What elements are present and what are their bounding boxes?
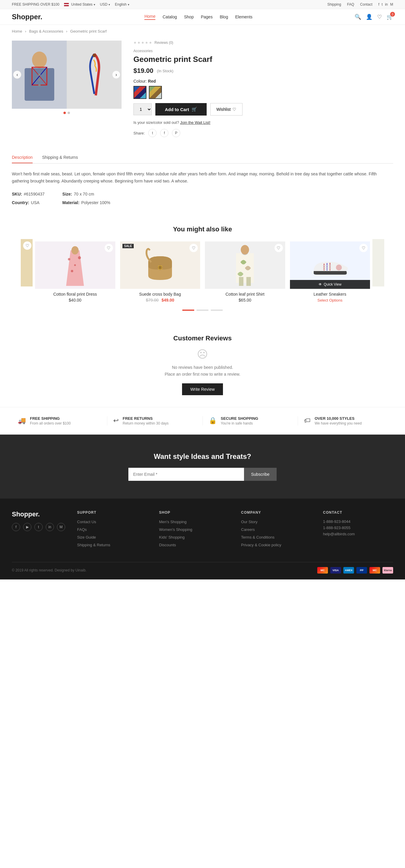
shipping-link[interactable]: Shipping: [327, 2, 341, 6]
country-selector[interactable]: United States: [64, 2, 95, 6]
nav-elements[interactable]: Elements: [235, 14, 252, 19]
related-nav-dot-1[interactable]: [182, 310, 194, 311]
product-card-2[interactable]: SALE ♡ Suede cross body Bag $79.00 $49.0…: [118, 239, 203, 305]
feature-returns-desc: Return money within 30 days: [123, 421, 169, 426]
footer-facebook-icon[interactable]: f: [12, 523, 20, 531]
wishlist-icon-partial[interactable]: ♡: [23, 242, 31, 250]
footer-contact-us-link[interactable]: Contact Us: [77, 520, 96, 524]
dot-2[interactable]: [67, 112, 70, 114]
write-review-button[interactable]: Write Review: [182, 383, 223, 395]
wishlist-icon-4[interactable]: ♡: [359, 244, 368, 252]
product-tabs: Description Shipping & Returns: [12, 155, 393, 163]
tab-shipping[interactable]: Shipping & Returns: [42, 155, 78, 163]
svg-point-10: [92, 54, 96, 57]
feature-shipping-title: FREE SHIPPING: [30, 416, 70, 421]
wishlist-label: Wishlist: [216, 107, 231, 112]
faq-link[interactable]: FAQ: [347, 2, 354, 6]
footer-womens-link[interactable]: Women's Shopping: [159, 527, 193, 532]
wishlist-icon-1[interactable]: ♡: [105, 244, 113, 252]
tab-description[interactable]: Description: [12, 155, 33, 163]
star-1: ★: [134, 40, 137, 45]
feature-secure-title: SECURE SHOPPING: [221, 416, 258, 421]
svg-point-16: [71, 246, 79, 254]
related-nav-dot-3[interactable]: [211, 310, 223, 311]
product-price-2: $79.00 $49.00: [120, 298, 200, 303]
pinterest-share-icon[interactable]: P: [172, 129, 180, 137]
footer-phone1: 1-888-923-8044: [323, 519, 394, 524]
add-to-cart-button[interactable]: Add to Cart 🛒: [155, 103, 207, 116]
wishlist-icon-3[interactable]: ♡: [274, 244, 283, 252]
account-icon[interactable]: 👤: [366, 13, 372, 20]
nav-pages[interactable]: Pages: [201, 14, 212, 19]
related-nav-dot-2[interactable]: [197, 310, 208, 311]
carousel-dots: [12, 112, 121, 114]
footer-medium-icon[interactable]: M: [57, 523, 65, 531]
facebook-share-icon[interactable]: f: [160, 129, 168, 137]
footer-discounts-link[interactable]: Discounts: [159, 543, 176, 547]
quantity-select[interactable]: 1 2 3: [134, 103, 152, 115]
logo[interactable]: Shopper.: [12, 13, 42, 21]
instagram-icon[interactable]: in: [385, 2, 388, 6]
nav-shop[interactable]: Shop: [184, 14, 194, 19]
wishlist-button[interactable]: Wishlist ♡: [210, 103, 242, 116]
footer-mens-link[interactable]: Men's Shopping: [159, 520, 187, 524]
reviews-count[interactable]: Reviews (0): [154, 40, 173, 45]
footer-shipping-returns-link[interactable]: Shipping & Returns: [77, 543, 110, 547]
twitter-share-icon[interactable]: t: [148, 129, 156, 137]
waitlist-link[interactable]: Join the Wait List!: [180, 120, 210, 125]
related-section: You might also like ♡ ♡: [0, 225, 405, 311]
contact-link[interactable]: Contact: [360, 2, 372, 6]
product-card-1[interactable]: ♡ Cotton floral print Dress $40.00: [33, 239, 118, 305]
footer-logo: Shopper.: [12, 510, 65, 518]
twitter-icon[interactable]: t: [382, 2, 382, 6]
reviews-section: Customer Reviews ☹ No reviews have been …: [0, 311, 405, 407]
medium-icon[interactable]: M: [390, 2, 393, 6]
dot-1[interactable]: [63, 112, 66, 114]
breadcrumb-category[interactable]: Bags & Accessories: [29, 29, 63, 33]
product-img-2: SALE ♡: [120, 242, 200, 289]
quick-view-overlay[interactable]: 👁 Quick View: [290, 280, 370, 289]
footer-phone2: 1-888-923-8055: [323, 526, 394, 530]
product-card-3[interactable]: ♡ Cotton leaf print Shirt $65.00: [202, 239, 288, 305]
swatch-red[interactable]: [134, 86, 146, 99]
product-name-3: Cotton leaf print Shirt: [205, 292, 285, 297]
carousel-prev-btn[interactable]: ‹: [13, 70, 21, 79]
currency-selector[interactable]: USD: [100, 2, 110, 6]
select-options-4[interactable]: Select Options: [317, 298, 342, 303]
wishlist-icon-2[interactable]: ♡: [190, 244, 198, 252]
footer-company-col: COMPANY Our Story Careers Terms & Condit…: [241, 510, 311, 550]
language-label: English: [115, 2, 126, 6]
footer-twitter-icon[interactable]: t: [34, 523, 43, 531]
product-card-partial-left[interactable]: ♡: [21, 239, 33, 305]
nav-home[interactable]: Home: [144, 14, 155, 20]
newsletter-email-input[interactable]: [128, 468, 244, 481]
footer-careers-link[interactable]: Careers: [241, 527, 255, 532]
cart-icon-wrapper[interactable]: 🛒 0: [386, 13, 393, 20]
nav-catalog[interactable]: Catalog: [163, 14, 177, 19]
footer-size-guide-link[interactable]: Size Guide: [77, 535, 96, 539]
footer-privacy-link[interactable]: Privacy & Cookie policy: [241, 543, 281, 547]
search-icon[interactable]: 🔍: [355, 13, 361, 20]
wishlist-header-icon[interactable]: ♡: [377, 13, 382, 20]
language-selector[interactable]: English: [115, 2, 129, 6]
shipping-icon: 🚚: [18, 417, 26, 425]
facebook-icon[interactable]: f: [378, 2, 379, 6]
nav-blog[interactable]: Blog: [220, 14, 228, 19]
footer-faqs-link[interactable]: FAQs: [77, 527, 87, 532]
top-bar: FREE SHIPPING OVER $100 United States US…: [0, 0, 405, 9]
swatch-green[interactable]: [149, 86, 162, 99]
footer-youtube-icon[interactable]: ▶: [23, 523, 31, 531]
carousel-next-btn[interactable]: ›: [112, 70, 120, 79]
product-meta: SKU: #61590437 Country: USA Size: 70 x 7…: [12, 191, 393, 207]
stock-status: (In Stock): [157, 69, 173, 73]
social-links: f t in M: [378, 2, 393, 6]
footer-our-story-link[interactable]: Our Story: [241, 520, 258, 524]
breadcrumb-home[interactable]: Home: [12, 29, 22, 33]
footer-kids-link[interactable]: Kids' Shopping: [159, 535, 185, 539]
footer-instagram-icon[interactable]: in: [46, 523, 54, 531]
product-card-4[interactable]: ♡ 👁 Quick View Leather Sneakers Select O…: [288, 239, 373, 305]
product-card-partial-right[interactable]: [372, 239, 384, 305]
svg-rect-23: [247, 277, 251, 286]
footer-terms-link[interactable]: Terms & Conditions: [241, 535, 274, 539]
newsletter-subscribe-button[interactable]: Subscribe: [244, 468, 277, 481]
